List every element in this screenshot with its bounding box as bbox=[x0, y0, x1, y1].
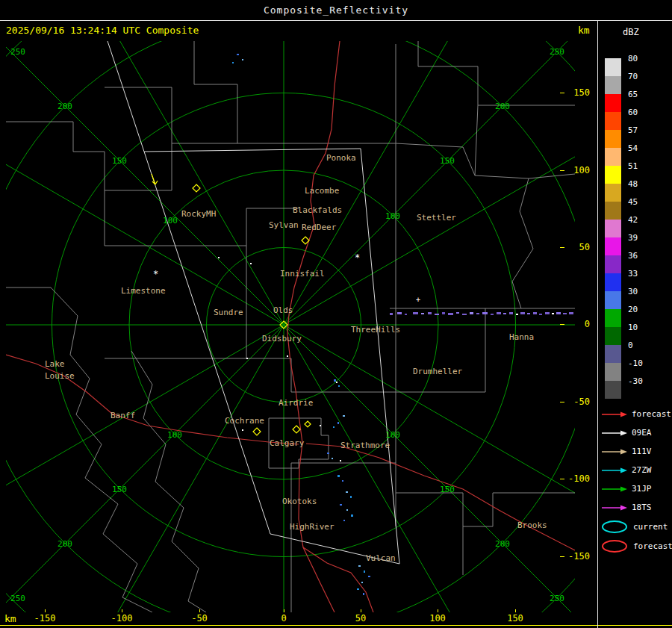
bottom-axis-label: 0 bbox=[267, 613, 300, 624]
window-title-bar: Composite_Reflectivity bbox=[0, 0, 672, 21]
current-ellipse-icon bbox=[602, 520, 627, 533]
colorbar-label: 54 bbox=[628, 143, 638, 161]
ellipse-label: forecast bbox=[633, 541, 672, 551]
colorbar-swatch bbox=[605, 237, 621, 255]
city-label: Airdrie bbox=[279, 398, 313, 408]
track-label: forecast bbox=[632, 409, 671, 419]
svg-text:250: 250 bbox=[10, 47, 25, 57]
city-label: Sylvan bbox=[269, 220, 299, 230]
colorbar-swatch bbox=[605, 291, 621, 309]
asterisk-marker: * bbox=[355, 252, 360, 263]
right-axis-label: 0 bbox=[564, 319, 590, 329]
track-legend-row: 27ZW bbox=[602, 461, 672, 479]
bottom-axis-label: 50 bbox=[344, 613, 377, 624]
city-label: Louise bbox=[45, 371, 75, 381]
colorbar-row: 10 bbox=[605, 327, 643, 345]
colorbar-label: 39 bbox=[628, 233, 638, 251]
colorbar-swatch bbox=[605, 148, 621, 166]
city-label: Innisfail bbox=[280, 269, 325, 279]
right-axis-label: 100 bbox=[564, 165, 590, 175]
colorbar-title: dBZ bbox=[623, 27, 639, 37]
colorbar-swatch bbox=[605, 202, 621, 220]
svg-text:200: 200 bbox=[57, 102, 72, 111]
track-arrow-icon bbox=[602, 467, 629, 474]
right-axis-label: 150 bbox=[564, 87, 590, 98]
colorbar-label: 36 bbox=[628, 251, 638, 269]
city-label: Sundre bbox=[214, 308, 243, 317]
city-label: Stettler bbox=[417, 213, 456, 223]
city-label: Blackfalds bbox=[293, 205, 342, 215]
colorbar-swatch bbox=[605, 94, 621, 112]
city-label: ThreeHills bbox=[351, 325, 400, 335]
colorbar-label: 45 bbox=[628, 197, 638, 215]
colorbar-swatch bbox=[605, 381, 621, 399]
track-legend-row: 18TS bbox=[602, 498, 672, 517]
bottom-axis-label: -50 bbox=[183, 613, 216, 624]
colorbar-label: -10 bbox=[628, 358, 643, 376]
bottom-axis-tick bbox=[438, 609, 438, 612]
city-label: Lake bbox=[45, 359, 65, 369]
city-label: Brooks bbox=[517, 520, 547, 530]
svg-text:150: 150 bbox=[112, 156, 127, 166]
track-arrow-icon bbox=[602, 504, 629, 512]
track-label: 27ZW bbox=[632, 465, 652, 475]
track-label: 09EA bbox=[632, 428, 652, 438]
colorbar-label: 48 bbox=[628, 179, 638, 197]
city-label: RedDeer bbox=[302, 223, 337, 232]
colorbar-label: 30 bbox=[628, 287, 638, 305]
city-label: Limestone bbox=[121, 286, 166, 296]
track-arrow-icon bbox=[602, 448, 629, 456]
bottom-axis-tick bbox=[199, 609, 200, 612]
right-axis-label: -150 bbox=[564, 551, 590, 562]
bottom-border-line bbox=[0, 625, 672, 626]
city-label: Vulcan bbox=[366, 553, 396, 563]
forecast-ellipse-icon bbox=[602, 540, 627, 553]
svg-text:200: 200 bbox=[495, 539, 510, 549]
svg-text:150: 150 bbox=[112, 485, 127, 494]
track-legend-row: 09EA bbox=[602, 423, 672, 442]
reflectivity-colorbar: 80 70 65 60 57 54 51 48 45 42 39 36 33 3… bbox=[605, 58, 643, 399]
city-label: Calgary bbox=[270, 438, 305, 448]
colorbar-swatch bbox=[605, 76, 621, 94]
city-label: Didsbury bbox=[262, 334, 302, 343]
colorbar-label: 0 bbox=[628, 341, 633, 358]
legend-separator-line bbox=[597, 20, 598, 628]
colorbar-row: -30 bbox=[605, 381, 643, 399]
bottom-axis-label: -100 bbox=[105, 613, 138, 624]
city-label: Lacombe bbox=[305, 186, 339, 196]
city-label: Okotoks bbox=[282, 497, 317, 506]
city-label: Olds bbox=[273, 305, 293, 315]
colorbar-swatch bbox=[605, 327, 621, 345]
radar-site-markers bbox=[152, 174, 311, 435]
track-legend-row: 111V bbox=[602, 442, 672, 461]
colorbar-label: 51 bbox=[628, 161, 638, 179]
svg-text:100: 100 bbox=[167, 430, 182, 440]
colorbar-swatch bbox=[605, 273, 621, 291]
bottom-axis-tick bbox=[361, 609, 361, 612]
asterisk-marker: * bbox=[153, 269, 158, 279]
track-label: 111V bbox=[632, 447, 652, 456]
bottom-axis-tick bbox=[45, 609, 46, 612]
svg-text:100: 100 bbox=[163, 216, 178, 226]
radar-map-viewport: * * + 250 200 150 100 250 200 150 100 25… bbox=[6, 41, 575, 612]
colorbar-label: 80 bbox=[628, 54, 638, 72]
svg-text:200: 200 bbox=[495, 102, 510, 111]
colorbar-label: 65 bbox=[628, 90, 638, 108]
radar-domain-outline bbox=[108, 41, 399, 564]
radar-map-canvas: * * + 250 200 150 100 250 200 150 100 25… bbox=[6, 41, 575, 612]
right-axis-label: -100 bbox=[564, 473, 590, 484]
track-legend-row: forecast bbox=[602, 405, 672, 423]
svg-text:200: 200 bbox=[57, 539, 72, 549]
plus-marker: + bbox=[416, 296, 420, 304]
colorbar-swatch bbox=[605, 255, 621, 273]
colorbar-label: 10 bbox=[628, 323, 638, 341]
right-axis-unit: km bbox=[578, 25, 590, 36]
bottom-axis-unit: km bbox=[4, 613, 16, 624]
colorbar-swatch bbox=[605, 166, 621, 184]
ellipse-legend-row: current bbox=[602, 517, 672, 536]
colorbar-label: 60 bbox=[628, 108, 638, 125]
track-legend-row: 31JP bbox=[602, 479, 672, 498]
ellipse-legend-row: forecast bbox=[602, 536, 672, 556]
city-label: HighRiver bbox=[290, 522, 335, 532]
colorbar-swatch bbox=[605, 130, 621, 148]
